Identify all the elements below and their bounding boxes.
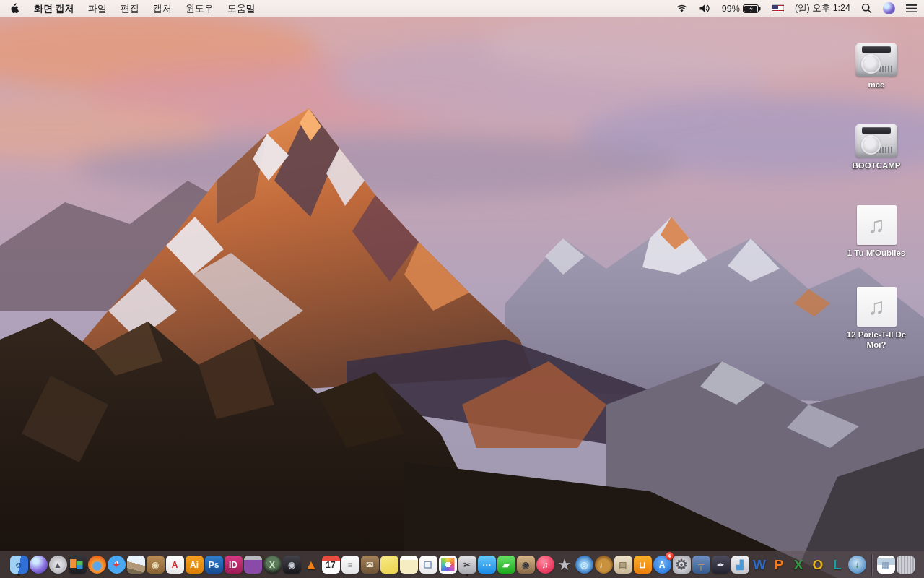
menu-item-윈도우[interactable]: 윈도우 <box>186 2 214 15</box>
menu-item-캡처[interactable]: 캡처 <box>153 2 172 15</box>
dock-newsletter-icon[interactable]: ▤ <box>614 554 632 575</box>
dock-mission-control-icon[interactable] <box>69 554 87 575</box>
dock-photoshop-icon[interactable]: Ps <box>205 554 223 575</box>
dock-numbers-icon[interactable]: ▟ <box>731 554 749 575</box>
menu-item-편집[interactable]: 편집 <box>121 2 139 15</box>
imovie-glyph: ★ <box>556 556 574 574</box>
dock-globe-downloader-icon[interactable]: ↓ <box>848 554 866 575</box>
dock-calendar-icon[interactable]: 17 <box>322 554 340 575</box>
powerpoint-glyph: P <box>770 556 788 574</box>
acrobat-glyph: A <box>166 556 184 574</box>
lync-glyph: L <box>829 556 847 574</box>
dock-photo-booth-icon[interactable]: ◉ <box>517 554 535 575</box>
dvd-player-glyph: ◎ <box>575 556 593 574</box>
dock-disk-tool-icon[interactable]: ◉ <box>283 554 301 575</box>
menu-item-파일[interactable]: 파일 <box>88 2 107 15</box>
dock-ibooks-icon[interactable]: ⊔ <box>634 554 652 575</box>
stickies-glyph <box>380 556 398 574</box>
dock-x-image-viewer-icon[interactable]: X <box>263 554 282 575</box>
spotlight-search-icon[interactable] <box>861 3 872 14</box>
dock-launchpad-icon[interactable]: ▲ <box>49 554 67 575</box>
dock-excel-icon[interactable]: X <box>790 554 808 575</box>
garageband-glyph: ♩ <box>595 556 613 574</box>
dock-stickies-icon[interactable] <box>380 554 398 575</box>
globe-downloader-glyph: ↓ <box>848 556 866 574</box>
desktop-icon-1-tu-m-oublies[interactable]: ♫1 Tu M'Oublies <box>842 205 911 258</box>
vlc-glyph: ▲ <box>302 556 321 574</box>
wifi-icon[interactable] <box>676 4 688 13</box>
battery-percent: 99% <box>722 4 740 14</box>
running-indicator-dot <box>466 574 468 576</box>
dock-word-icon[interactable]: W <box>751 554 769 575</box>
desktop-icon-bootcamp[interactable]: BOOTCAMP <box>842 124 911 171</box>
dock-garageband-icon[interactable]: ♩ <box>595 554 613 575</box>
dock-document-seal-icon[interactable]: ❏ <box>419 554 437 575</box>
dock-keynote-icon[interactable]: ╤ <box>692 554 710 575</box>
dock-itunes-icon[interactable]: ♫ <box>536 554 554 575</box>
disk-tool-glyph: ◉ <box>283 556 301 574</box>
dock-notepad-icon[interactable] <box>400 554 418 575</box>
trash-glyph <box>897 556 915 574</box>
dock-toast-icon[interactable] <box>244 554 262 575</box>
dock-divider <box>871 554 872 576</box>
excel-glyph: X <box>790 556 808 574</box>
notification-center-icon[interactable] <box>906 4 917 12</box>
facetime-glyph: ▰ <box>497 556 515 574</box>
dock-vlc-icon[interactable]: ▲ <box>302 554 321 575</box>
safari-glyph: ✦ <box>108 556 126 574</box>
dock-drop-box-icon[interactable]: ✉ <box>361 554 379 575</box>
dock-app-store-icon[interactable]: A4 <box>653 554 671 575</box>
desktop-icon-12-parle-t-il-de-moi[interactable]: ♫12 Parle-T-Il De Moi? <box>842 287 911 350</box>
hard-drive-icon <box>855 43 897 77</box>
newsletter-glyph: ▤ <box>614 556 632 574</box>
toast-glyph <box>244 556 262 574</box>
dock-firefox-icon[interactable] <box>88 554 106 575</box>
dock-powerpoint-icon[interactable]: P <box>770 554 788 575</box>
dock-finder-icon[interactable]: ☺ <box>10 554 28 575</box>
dock-document-file-icon[interactable]: ▦ <box>877 554 895 575</box>
siri-icon[interactable] <box>883 2 895 14</box>
document-seal-glyph: ❏ <box>419 556 437 574</box>
menu-item-도움말[interactable]: 도움말 <box>227 2 256 15</box>
ibooks-glyph: ⊔ <box>634 556 652 574</box>
dock-facetime-icon[interactable]: ▰ <box>497 554 515 575</box>
pages-glyph: ✒ <box>712 556 730 574</box>
launchpad-glyph: ▲ <box>49 556 67 574</box>
active-app-name[interactable]: 화면 캡처 <box>34 2 74 15</box>
drop-box-glyph: ✉ <box>361 556 379 574</box>
dock-trash-icon[interactable] <box>897 554 915 575</box>
desktop-icons-area: macBOOTCAMP♫1 Tu M'Oublies♫12 Parle-T-Il… <box>842 17 911 552</box>
dock-screen-capture-icon[interactable]: ✂ <box>458 554 476 575</box>
dock-lync-icon[interactable]: L <box>829 554 847 575</box>
dock-pages-icon[interactable]: ✒ <box>712 554 730 575</box>
dock-system-preferences-icon[interactable]: ⚙ <box>673 554 691 575</box>
dock-contacts-icon[interactable]: ◉ <box>147 554 165 575</box>
desktop-icon-label: mac <box>868 79 884 90</box>
menu-bar-clock[interactable]: (일) 오후 1:24 <box>795 2 850 14</box>
dock-safari-icon[interactable]: ✦ <box>108 554 126 575</box>
dock-outlook-icon[interactable]: O <box>809 554 827 575</box>
running-indicator-dot <box>18 574 20 576</box>
dock-illustrator-icon[interactable]: Ai <box>186 554 204 575</box>
illustrator-glyph: Ai <box>186 556 204 574</box>
dock-dvd-player-icon[interactable]: ◎ <box>575 554 593 575</box>
input-source-us-flag-icon[interactable] <box>772 4 784 12</box>
desktop-icon-mac[interactable]: mac <box>842 43 911 90</box>
dock-indesign-icon[interactable]: ID <box>225 554 243 575</box>
dock-preview-icon[interactable] <box>127 554 145 575</box>
contacts-glyph: ◉ <box>147 556 165 574</box>
photos-glyph <box>439 556 457 574</box>
volume-icon[interactable] <box>699 4 711 13</box>
photo-booth-glyph: ◉ <box>517 556 535 574</box>
photoshop-glyph: Ps <box>205 556 223 574</box>
apple-menu-icon[interactable] <box>7 3 20 14</box>
dock-acrobat-icon[interactable]: A <box>166 554 184 575</box>
battery-charging-icon[interactable] <box>743 4 761 13</box>
dock-messages-icon[interactable]: ⋯ <box>478 554 496 575</box>
messages-glyph: ⋯ <box>478 556 496 574</box>
dock-imovie-icon[interactable]: ★ <box>556 554 574 575</box>
dock-photos-icon[interactable] <box>439 554 457 575</box>
dock-siri-icon[interactable] <box>30 554 48 575</box>
dock-reminders-icon[interactable]: ≡ <box>341 554 359 575</box>
siri-glyph <box>30 556 48 574</box>
